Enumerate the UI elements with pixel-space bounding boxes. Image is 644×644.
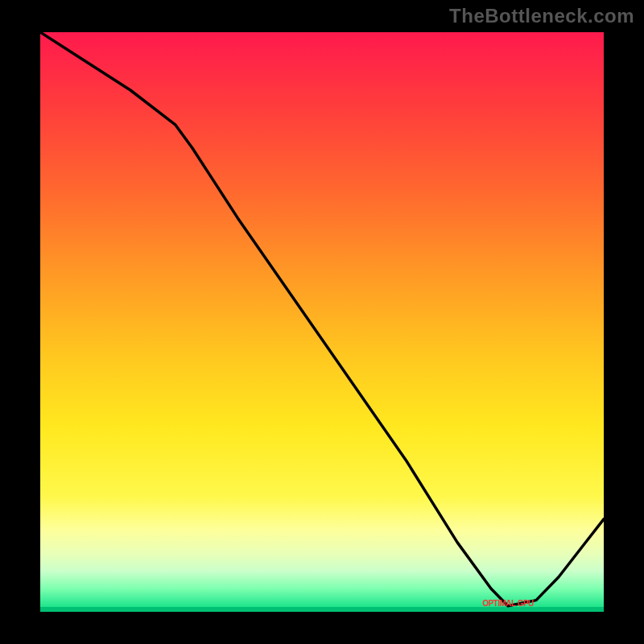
plot-area: OPTIMAL GPU [40,32,604,612]
bottleneck-curve [40,32,604,612]
attribution-text: TheBottleneck.com [449,5,634,27]
optimal-marker-label: OPTIMAL GPU [482,598,534,608]
chart-frame: TheBottleneck.com OPTIMAL GPU [0,0,644,644]
